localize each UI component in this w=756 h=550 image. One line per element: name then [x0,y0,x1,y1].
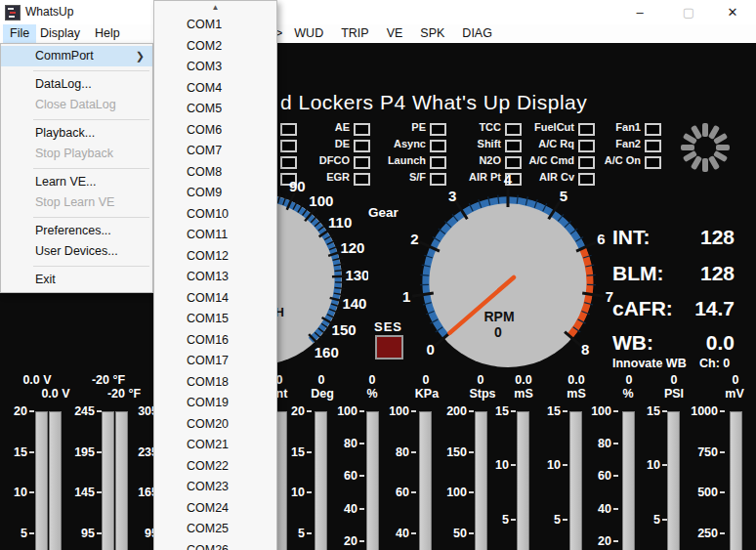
com-menu-item-com23[interactable]: COM23 [154,477,276,498]
menubar-item-help[interactable]: Help [88,24,127,43]
com-menu-item-com2[interactable]: COM2 [154,36,276,58]
com-menu-item-com7[interactable]: COM7 [154,141,276,162]
com-menu-item-com19[interactable]: COM19 [154,393,276,414]
com-menu-item-com26[interactable]: COM26 [154,540,276,550]
meter-value-dc: 0 [626,373,633,387]
svg-text:8: 8 [581,341,589,358]
com-menu-item-com5[interactable]: COM5 [154,99,276,120]
menu-separator [1,164,152,172]
meter-scale-iac: 100 [434,486,467,499]
wideband-channel-label: Ch: 0 [699,357,730,370]
com-menu-item-com21[interactable]: COM21 [154,435,276,456]
meter-scale-tick [307,410,312,412]
menubar-item-spk[interactable]: SPK [411,24,453,43]
menu-item-user-devices-[interactable]: User Devices... [1,241,152,262]
display-title: d Lockers P4 What's Up Display [280,91,587,114]
flag-light-async [430,140,446,152]
rpm-gauge-value: 0 [494,324,502,340]
meter-unit-o2: mV [725,387,743,401]
flag-light [280,123,297,136]
meter-scale-cts: 95 [62,527,95,540]
meter-value-bst: 0 [671,373,678,387]
app-icon [5,5,21,21]
com-menu-item-com6[interactable]: COM6 [154,120,276,142]
meter-scale-bst: 10 [627,458,660,472]
menubar-item-wud[interactable]: WUD [285,24,332,43]
scroll-up-icon[interactable]: ▲ [154,1,276,15]
meter-scale-tick [29,410,34,412]
ses-warning-light [375,335,403,360]
com-menu-item-com22[interactable]: COM22 [154,456,276,478]
menu-item-preferences-[interactable]: Preferences... [1,221,152,241]
com-menu-item-com13[interactable]: COM13 [154,267,276,288]
flag-light-a-c-rq [578,140,595,152]
menubar-item-trip[interactable]: TRIP [332,24,377,43]
meter-value2-cts: -20 °F [107,387,141,401]
window-title: WhatsUp [25,5,73,19]
menu-item-close-datalog[interactable]: Close DataLog [1,95,152,115]
com-menu-item-com4[interactable]: COM4 [154,78,276,100]
svg-text:6: 6 [597,231,605,247]
svg-text:1: 1 [402,288,410,305]
com-menu-item-com11[interactable]: COM11 [154,225,276,246]
meter-scale-cts: 195 [62,445,95,459]
meter-scale-cts: 245 [62,404,95,418]
meter-scale-tick [469,491,474,493]
commport-items: COM1COM2COM3COM4COM5COM6COM7COM8COM9COM1… [154,15,276,550]
com-menu-item-com18[interactable]: COM18 [154,372,276,394]
meter-scale-tps: 60 [324,469,357,483]
com-menu-item-com10[interactable]: COM10 [154,204,276,226]
meter-scale-dc: 20 [578,534,611,548]
menubar-item-ve[interactable]: VE [378,24,412,43]
com-menu-item-com1[interactable]: COM1 [154,15,276,36]
meter-scale-map: 100 [376,404,409,418]
meter-bar-ign [49,411,62,550]
meter-scale-tick [720,410,725,412]
titlebar: WhatsUp – ▢ ✕ [0,0,756,24]
menu-item-stop-learn-ve[interactable]: Stop Learn VE [1,192,152,213]
com-menu-item-com17[interactable]: COM17 [154,351,276,372]
flag-light [280,140,297,152]
menu-separator [1,213,152,221]
meter-value-iac: 0 [478,373,484,387]
flag-light-shift [505,140,522,152]
svg-text:3: 3 [448,188,456,204]
menubar-item-file[interactable]: File [3,24,36,43]
com-menu-item-com20[interactable]: COM20 [154,414,276,436]
svg-text:160: 160 [315,344,339,360]
close-button[interactable]: ✕ [716,0,749,24]
com-menu-item-com15[interactable]: COM15 [154,309,276,330]
menu-item-stop-playback[interactable]: Stop Playback [1,144,152,164]
menu-item-playback-[interactable]: Playback... [1,123,152,144]
com-menu-item-com24[interactable]: COM24 [154,498,276,520]
com-menu-item-com9[interactable]: COM9 [154,183,276,204]
menu-item-exit[interactable]: Exit [1,270,152,290]
com-menu-item-com12[interactable]: COM12 [154,246,276,268]
com-menu-item-com16[interactable]: COM16 [154,330,276,352]
meter-scale-iac: 200 [434,404,467,418]
menu-item-learn-ve-[interactable]: Learn VE... [1,172,152,192]
meter-scale-ign: 15 [0,445,27,459]
meter-scale-apw: 5 [527,513,561,527]
meter-bar-map [419,411,432,550]
meter-scale-tick [563,519,567,521]
com-menu-item-com3[interactable]: COM3 [154,57,276,78]
svg-text:100: 100 [309,192,333,209]
menubar-item-diag[interactable]: DIAG [453,24,501,43]
meter-scale-tick [307,451,312,453]
meter-scale-o2: 750 [685,445,718,459]
com-menu-item-com25[interactable]: COM25 [154,519,276,540]
com-menu-item-com14[interactable]: COM14 [154,288,276,310]
meter-value-map: 0 [423,373,430,387]
flag-label-async: Async [394,138,426,149]
flag-light-fan1 [645,123,661,136]
menubar-item-display[interactable]: Display [33,24,87,43]
meter-scale-tick [411,410,416,412]
maximize-button[interactable]: ▢ [672,0,705,24]
menu-item-datalog-[interactable]: DataLog... [1,74,152,95]
meter-scale-cts: 145 [62,486,95,499]
com-menu-item-com8[interactable]: COM8 [154,162,276,184]
meter-scale-tick [359,475,364,477]
minimize-button[interactable]: – [623,0,656,24]
menu-item-commport[interactable]: CommPort❯ [1,46,152,66]
